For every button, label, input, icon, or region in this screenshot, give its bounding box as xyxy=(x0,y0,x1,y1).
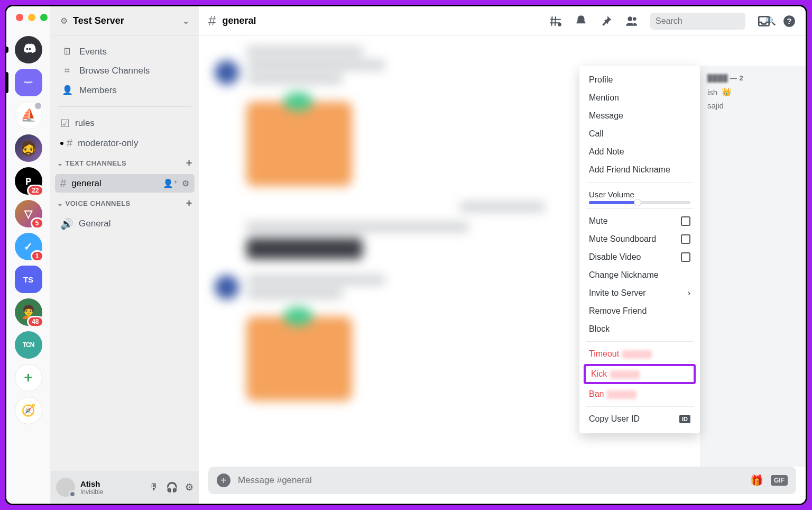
deafen-icon[interactable]: 🎧 xyxy=(166,481,178,493)
gift-icon[interactable]: 🎁 xyxy=(750,474,763,487)
threads-icon[interactable] xyxy=(549,14,562,28)
channel-general[interactable]: # general 👤⁺ ⚙ xyxy=(55,174,195,193)
checkbox-icon[interactable] xyxy=(681,216,690,226)
channel-sidebar: ⚙ Test Server ⌄ 🗓Events ⌗Browse Channels… xyxy=(51,6,199,504)
member-list-icon[interactable] xyxy=(625,14,639,28)
ctx-message[interactable]: Message xyxy=(579,107,700,125)
add-channel-icon[interactable]: + xyxy=(186,197,192,210)
ctx-change-nickname[interactable]: Change Nickname xyxy=(579,266,700,284)
server-rail: 〰 ⛵ 🧔 ᴘ22 ▽5 ✓1 TS 🧑‍🦱48 TCN + 🧭 xyxy=(6,6,51,504)
status-invisible-icon xyxy=(69,490,76,498)
server-item[interactable]: 🧔 xyxy=(15,134,42,162)
user-status: Invisible xyxy=(80,488,103,496)
ctx-mute-soundboard[interactable]: Mute Soundboard xyxy=(579,230,700,248)
user-name: Atish xyxy=(80,479,103,488)
add-server-button[interactable]: + xyxy=(15,364,42,391)
server-item[interactable]: ▽5 xyxy=(15,200,42,227)
hash-icon: # xyxy=(60,177,66,189)
ctx-mute[interactable]: Mute xyxy=(579,212,700,230)
sidebar-events[interactable]: 🗓Events xyxy=(56,42,193,61)
member-row[interactable]: sajid xyxy=(707,101,798,110)
calendar-icon: 🗓 xyxy=(61,47,73,57)
ctx-ban[interactable]: Ban xyxy=(579,385,700,403)
ctx-add-note[interactable]: Add Note xyxy=(579,143,700,161)
ctx-copy-user-id[interactable]: Copy User IDID xyxy=(579,410,700,428)
maximize-window[interactable] xyxy=(40,14,48,21)
server-item[interactable]: 〰 xyxy=(15,69,42,96)
speaker-icon: 🔊 xyxy=(60,217,73,230)
server-item[interactable]: TS xyxy=(15,266,42,293)
ctx-profile[interactable]: Profile xyxy=(579,71,700,89)
svg-point-2 xyxy=(633,17,636,21)
server-header[interactable]: ⚙ Test Server ⌄ xyxy=(51,6,199,36)
member-category: ████ — 2 xyxy=(707,74,798,82)
mute-mic-icon[interactable]: 🎙 xyxy=(149,481,159,493)
checkbox-icon[interactable] xyxy=(681,252,690,262)
add-channel-icon[interactable]: + xyxy=(186,157,192,169)
ctx-block[interactable]: Block xyxy=(579,320,700,338)
channel-rules[interactable]: ☑rules xyxy=(55,114,195,133)
ctx-call[interactable]: Call xyxy=(579,125,700,143)
search-box[interactable]: 🔍 xyxy=(650,13,745,30)
ctx-timeout[interactable]: Timeout xyxy=(579,345,700,363)
server-name: Test Server xyxy=(73,15,182,26)
channel-title: general xyxy=(222,15,542,26)
svg-point-0 xyxy=(558,23,561,26)
attach-button[interactable]: + xyxy=(217,473,230,487)
member-list: ████ — 2 ish 👑 sajid xyxy=(700,66,806,467)
ctx-invite-to-server[interactable]: Invite to Server› xyxy=(579,284,700,302)
help-icon[interactable]: ? xyxy=(782,14,796,28)
home-button[interactable] xyxy=(15,36,42,63)
unread-badge: 1 xyxy=(31,250,44,262)
checkbox-icon[interactable] xyxy=(681,234,690,244)
user-context-menu: Profile Mention Message Call Add Note Ad… xyxy=(579,66,700,433)
category-voice-channels[interactable]: ⌄VOICE CHANNELS + xyxy=(51,193,199,214)
inbox-icon[interactable] xyxy=(757,14,771,28)
ctx-mention[interactable]: Mention xyxy=(579,89,700,107)
invite-icon[interactable]: 👤⁺ xyxy=(163,178,178,188)
window-traffic-lights[interactable] xyxy=(16,14,48,21)
member-row[interactable]: ish 👑 xyxy=(707,87,798,97)
svg-text:?: ? xyxy=(787,16,791,25)
hash-icon: # xyxy=(208,13,216,29)
server-item[interactable]: TCN xyxy=(15,331,42,359)
boost-gear-icon: ⚙ xyxy=(60,16,68,26)
kick-highlight: Kick xyxy=(584,364,696,384)
server-item[interactable]: 🧑‍🦱48 xyxy=(15,298,42,326)
unread-badge: 48 xyxy=(27,316,43,327)
minimize-window[interactable] xyxy=(28,14,35,21)
message-composer[interactable]: + Message #general 🎁 GIF xyxy=(208,467,796,494)
user-settings-icon[interactable]: ⚙ xyxy=(185,481,193,493)
channel-moderator-only[interactable]: #moderator-only xyxy=(55,134,195,152)
pinned-icon[interactable] xyxy=(599,14,613,28)
server-item[interactable]: ✓1 xyxy=(15,233,42,260)
server-item[interactable]: ⛵ xyxy=(15,102,42,129)
gif-button[interactable]: GIF xyxy=(771,475,788,486)
rules-icon: ☑ xyxy=(60,117,70,130)
ctx-kick[interactable]: Kick xyxy=(586,366,694,382)
ctx-disable-video[interactable]: Disable Video xyxy=(579,248,700,266)
channel-settings-icon[interactable]: ⚙ xyxy=(182,178,189,188)
ctx-add-friend-nickname[interactable]: Add Friend Nickname xyxy=(579,161,700,179)
members-icon: 👤 xyxy=(61,85,73,96)
main-area: # general 🔍 ? xyxy=(199,6,806,504)
user-volume-slider[interactable] xyxy=(589,201,690,204)
user-avatar[interactable] xyxy=(56,478,75,497)
sidebar-browse-channels[interactable]: ⌗Browse Channels xyxy=(56,61,193,80)
search-input[interactable] xyxy=(656,16,761,26)
close-window[interactable] xyxy=(16,14,23,21)
notifications-icon[interactable] xyxy=(574,14,588,28)
category-text-channels[interactable]: ⌄TEXT CHANNELS + xyxy=(51,153,199,174)
discord-logo-icon xyxy=(21,42,36,58)
voice-channel-general[interactable]: 🔊 General xyxy=(55,214,195,233)
server-item[interactable]: ᴘ22 xyxy=(15,167,42,195)
sidebar-members[interactable]: 👤Members xyxy=(56,80,193,100)
id-chip-icon: ID xyxy=(679,415,690,423)
channel-header: # general 🔍 ? xyxy=(199,6,806,36)
ctx-volume-label: User Volume xyxy=(579,186,700,200)
ctx-remove-friend[interactable]: Remove Friend xyxy=(579,302,700,320)
explore-button[interactable]: 🧭 xyxy=(15,397,42,424)
svg-point-1 xyxy=(628,16,632,21)
hash-lock-icon: # xyxy=(67,137,72,149)
chevron-down-icon: ⌄ xyxy=(57,159,63,167)
